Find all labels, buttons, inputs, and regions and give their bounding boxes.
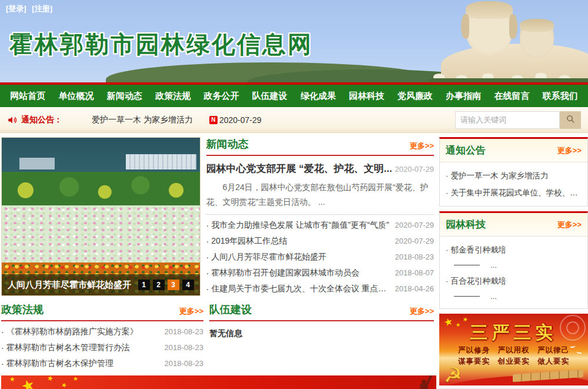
carousel-caption[interactable]: 人间八月芳菲尽霍市鲜花始盛开: [8, 280, 135, 291]
star-icon: ★: [46, 375, 54, 383]
news-link[interactable]: 我市全力助推绿色发展 让城市有“颜值”更有“气质”: [211, 220, 390, 231]
search-input[interactable]: [455, 111, 560, 129]
carousel-pager: 1 2 3 4: [135, 280, 194, 290]
nav-item-team[interactable]: 队伍建设: [252, 91, 288, 102]
tech-link[interactable]: 郁金香引种栽培: [451, 245, 507, 255]
photo-carousel[interactable]: 人间八月芳菲尽霍市鲜花始盛开 1 2 3 4: [1, 137, 201, 296]
team-section: 队伍建设 更多>> 暂无信息: [209, 302, 436, 371]
new-badge-icon: N: [209, 116, 218, 124]
notice-box-more-link[interactable]: 更多>>: [557, 145, 582, 156]
nav-item-gov-affairs[interactable]: 政务公开: [203, 91, 239, 102]
three-stricts-banner[interactable]: ★ ★ ★ 三严三实 严以修身 严以用权 严以律己 谋事要实 创业要实 做人要实…: [439, 314, 588, 385]
news-date: 2020-07-29: [395, 237, 435, 245]
news-link[interactable]: 人间八月芳菲尽霍市鲜花始盛开: [211, 252, 390, 262]
policy-date: 2018-08-23: [165, 359, 204, 368]
featured-news-summary: 6月24日，园林中心党支部在敖包山芍药园开展“爱花、护花、文明赏花”主题党日活动…: [206, 180, 434, 210]
news-list-item: · 住建局关于市委七届九次、十次全体会议 重点工作任... 2018-04-26: [206, 281, 434, 297]
nav-item-party[interactable]: 党风廉政: [397, 91, 433, 102]
statue-head-large: [466, 1, 513, 55]
news-list-item: · 2019年园林工作总结 2020-07-29: [206, 233, 434, 249]
header-banner: [登录] [注册] 霍林郭勒市园林绿化信息网: [0, 0, 588, 82]
policy-section-title: 政策法规: [1, 302, 44, 317]
bullet: ·: [1, 343, 4, 353]
policy-link[interactable]: 《霍林郭勒市林荫路推广实施方案》: [6, 327, 160, 337]
news-list-item: · 我市全力助推绿色发展 让城市有“颜值”更有“气质” 2020-07-29: [206, 217, 434, 233]
party-emblem-icon: ☭: [444, 363, 462, 385]
tech-box-title: 园林科技: [446, 218, 486, 231]
policy-link[interactable]: 霍林郭勒市古树名木保护管理: [6, 358, 160, 369]
news-link[interactable]: 住建局关于市委七届九次、十次全体会议 重点工作任...: [211, 284, 390, 294]
notice-ticker-link[interactable]: 爱护一草一木 为家乡增活力: [92, 115, 193, 125]
nav-item-home[interactable]: 网站首页: [10, 91, 45, 102]
register-link[interactable]: [注册]: [32, 4, 52, 13]
news-list: · 我市全力助推绿色发展 让城市有“颜值”更有“气质” 2020-07-29 ·…: [206, 215, 434, 297]
bullet: ·: [206, 237, 209, 246]
search-icon: [566, 114, 576, 126]
policy-date: 2018-08-23: [165, 343, 204, 352]
news-section: 新闻动态 更多>> 园林中心党支部开展 “爱花、护花、文明... 2020-07…: [206, 137, 436, 297]
notice-date: 2020-07-29: [219, 115, 262, 125]
notice-box: 通知公告 更多>> · 爱护一草一木 为家乡增活力 · 关于集中开展花园式单位、…: [439, 137, 588, 207]
search-button[interactable]: [560, 111, 581, 129]
ellipsis-text: ...: [490, 261, 497, 270]
pager-button-1[interactable]: 1: [138, 280, 150, 290]
nav-item-message[interactable]: 在线留言: [494, 91, 529, 102]
policy-list-item: · 《霍林郭勒市林荫路推广实施方案》 2018-08-23: [1, 324, 203, 340]
notice-item: · 爱护一草一木 为家乡增活力: [446, 167, 582, 184]
slogan-line-1: 严以修身 严以用权 严以律己: [439, 345, 588, 356]
news-link[interactable]: 霍林郭勒市召开创建国家园林城市动员会: [211, 268, 390, 278]
bullet: ·: [206, 221, 209, 230]
nav-item-guide[interactable]: 办事指南: [446, 91, 481, 102]
bullet: ·: [446, 277, 449, 285]
star-icon: ★: [73, 375, 78, 382]
nav-item-news[interactable]: 新闻动态: [107, 91, 142, 102]
notice-box-title: 通知公告: [446, 144, 486, 157]
policy-date: 2018-08-23: [165, 327, 204, 336]
notice-link[interactable]: 爱护一草一木 为家乡增活力: [451, 171, 549, 181]
nav-item-greening[interactable]: 绿化成果: [300, 91, 336, 102]
news-date: 2020-07-29: [395, 221, 435, 230]
news-section-title: 新闻动态: [206, 137, 249, 151]
search-bar: [455, 111, 581, 129]
policy-list: · 《霍林郭勒市林荫路推广实施方案》 2018-08-23 · 霍林郭勒市古树名…: [1, 321, 203, 371]
policy-link[interactable]: 霍林郭勒市古树名木管理暂行办法: [6, 343, 160, 353]
carousel-caption-bar: 人间八月芳菲尽霍市鲜花始盛开 1 2 3 4: [2, 274, 200, 295]
news-list-item: · 人间八月芳菲尽霍市鲜花始盛开 2018-08-23: [206, 249, 434, 265]
tech-link[interactable]: 百合花引种栽培: [451, 276, 507, 287]
nav-item-about[interactable]: 单位概况: [58, 91, 93, 102]
bullet: ·: [446, 245, 449, 254]
policy-list-item: · 霍林郭勒市古树名木保护管理 2018-08-23: [1, 355, 203, 371]
featured-news-date: 2020-07-29: [395, 165, 435, 174]
main-nav: 网站首页 单位概况 新闻动态 政策法规 政务公开 队伍建设 绿化成果 园林科技 …: [0, 82, 588, 107]
tech-box: 园林科技 更多>> · 郁金香引种栽培 ... ·: [439, 211, 588, 309]
notice-ticker-bar: 通知公告： 爱护一草一木 为家乡增活力 N 2020-07-29: [0, 107, 588, 133]
news-more-link[interactable]: 更多>>: [410, 141, 434, 151]
pager-button-3[interactable]: 3: [168, 280, 179, 290]
nav-item-contact[interactable]: 联系我们: [543, 91, 578, 102]
tech-item: · 郁金香引种栽培 ...: [446, 241, 582, 271]
pager-button-2[interactable]: 2: [153, 280, 165, 290]
propaganda-banner[interactable]: ★ ★ ★ ★ ★: [1, 375, 436, 389]
bullet: ·: [206, 268, 209, 278]
notice-link[interactable]: 关于集中开展花园式单位、学校、工厂...: [451, 188, 582, 198]
team-more-link[interactable]: 更多>>: [410, 306, 434, 317]
bullet: ·: [206, 252, 209, 262]
news-link[interactable]: 2019年园林工作总结: [211, 236, 390, 247]
news-list-item: · 霍林郭勒市召开创建国家园林城市动员会 2018-08-07: [206, 265, 434, 281]
policy-list-item: · 霍林郭勒市古树名木管理暂行办法 2018-08-23: [1, 340, 203, 355]
nav-item-tech[interactable]: 园林科技: [349, 91, 384, 102]
divider-line: [454, 296, 480, 297]
star-icon: ★: [9, 375, 15, 383]
bullet: ·: [1, 359, 4, 368]
bullet: ·: [446, 188, 449, 197]
tech-box-more-link[interactable]: 更多>>: [557, 220, 582, 230]
nav-item-policy[interactable]: 政策法规: [155, 91, 191, 102]
pager-button-4[interactable]: 4: [182, 280, 194, 290]
policy-section: 政策法规 更多>> · 《霍林郭勒市林荫路推广实施方案》 2018-08-23 …: [1, 302, 203, 371]
policy-more-link[interactable]: 更多>>: [179, 306, 203, 317]
login-link[interactable]: [登录]: [6, 4, 26, 13]
featured-news-title[interactable]: 园林中心党支部开展 “爱花、护花、文明...: [206, 162, 392, 175]
notice-item: · 关于集中开展花园式单位、学校、工厂...: [446, 184, 582, 201]
featured-news: 园林中心党支部开展 “爱花、护花、文明... 2020-07-29 6月24日，…: [206, 156, 434, 215]
divider-line: [454, 265, 480, 265]
